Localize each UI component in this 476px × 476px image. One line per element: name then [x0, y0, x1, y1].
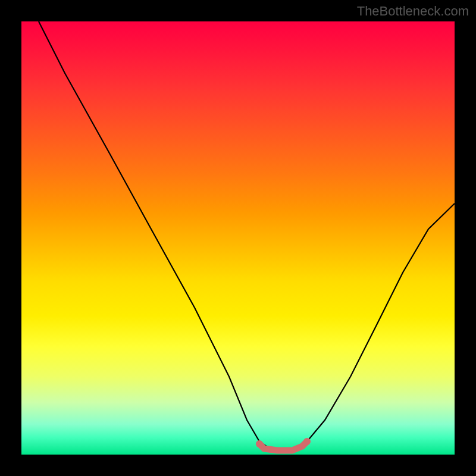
chart-plot-area: [21, 21, 455, 455]
watermark-text: TheBottleneck.com: [357, 4, 469, 19]
trough-end-dot: [303, 438, 311, 445]
trough-highlight: [259, 441, 307, 450]
chart-svg: [21, 21, 455, 455]
bottleneck-curve-line: [39, 21, 455, 450]
